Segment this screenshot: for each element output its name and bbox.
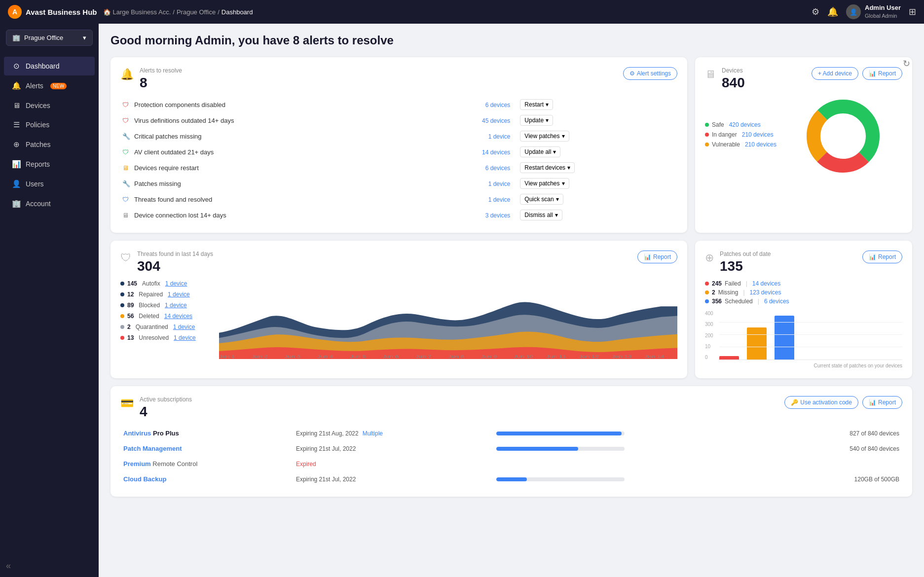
patches-card: ⊕ Patches out of date 135 📊 Report 245 F…: [695, 241, 912, 378]
sidebar-item-users[interactable]: 👤 Users: [4, 175, 95, 193]
alert-action-button[interactable]: View patches ▾: [520, 131, 569, 142]
patches-card-count: 135: [720, 258, 771, 274]
activation-code-button[interactable]: 🔑 Use activation code: [784, 396, 858, 409]
sub-devices: [782, 456, 902, 471]
svg-text:Jun 4: Jun 4: [317, 354, 333, 359]
sub-name-link[interactable]: Antivirus: [123, 430, 151, 437]
threat-dot: [120, 325, 124, 329]
patch-count: 356: [712, 298, 722, 305]
devices-report-button[interactable]: 📊 Report: [862, 67, 902, 80]
chevron-icon: ▾: [556, 196, 559, 203]
sub-name-link[interactable]: Cloud Backup: [123, 475, 166, 483]
subs-report-button[interactable]: 📊 Report: [862, 396, 902, 409]
alert-devices-link[interactable]: 1 device: [488, 133, 511, 140]
alert-action-button[interactable]: Restart ▾: [520, 99, 553, 110]
legend-label: Vulnerable: [712, 141, 740, 148]
sub-name-link[interactable]: Premium: [123, 460, 151, 468]
breadcrumb-root[interactable]: Large Business Acc.: [113, 8, 171, 16]
alert-devices-link[interactable]: 6 devices: [485, 102, 511, 108]
topnav: A Avast Business Hub 🏠 Large Business Ac…: [0, 0, 924, 24]
area-chart-svg: Jun 1 Jun 2 Jun 3 Jun 4 Jun 5 Jun 6 Jun …: [219, 280, 677, 359]
threat-device-link[interactable]: 14 devices: [164, 313, 192, 320]
alert-action-button[interactable]: Restart devices ▾: [520, 162, 575, 173]
alert-devices-link[interactable]: 1 device: [488, 196, 511, 203]
alert-text: Threats found and resolved: [132, 191, 414, 207]
threat-dot: [120, 292, 124, 296]
legend-value-link[interactable]: 420 devices: [729, 121, 761, 128]
sub-name-link[interactable]: Patch Management: [123, 445, 182, 452]
alert-type-icon: 🖥: [122, 212, 129, 219]
alert-action-button[interactable]: View patches ▾: [520, 178, 569, 189]
patch-devices-link[interactable]: 6 devices: [764, 298, 789, 305]
alert-devices-link[interactable]: 14 devices: [482, 149, 510, 156]
patch-legend-item: 2 Missing | 123 devices: [705, 289, 902, 296]
chevron-icon: ▾: [546, 117, 549, 124]
sidebar-collapse-button[interactable]: «: [0, 555, 99, 577]
alert-row: 🛡 Threats found and resolved 1 device Qu…: [120, 191, 677, 207]
reports-icon: 📊: [12, 160, 21, 169]
alert-action-button[interactable]: Dismiss all ▾: [520, 210, 562, 220]
refresh-icon[interactable]: ↻: [903, 58, 910, 69]
users-icon: 👤: [12, 180, 21, 188]
office-selector[interactable]: 🏢 Prague Office ▾: [6, 30, 93, 46]
threats-legend: 145 Autofix 1 device 12 Repaired 1 devic…: [120, 280, 209, 361]
grid-icon[interactable]: ⊞: [909, 6, 916, 17]
sidebar-item-devices[interactable]: 🖥 Devices: [4, 96, 95, 114]
sidebar-item-reports[interactable]: 📊 Reports: [4, 155, 95, 174]
alerts-card-header: 🔔 Alerts to resolve 8 ⚙ Alert settings: [120, 67, 677, 91]
progress-bar-bg: [496, 432, 625, 435]
user-area: 👤 Admin User Global Admin: [846, 4, 901, 19]
alert-settings-button[interactable]: ⚙ Alert settings: [623, 67, 677, 80]
alert-action-button[interactable]: Update all ▾: [520, 146, 560, 157]
patch-devices-link[interactable]: 123 devices: [750, 289, 781, 296]
alert-row: 🖥 Device connection lost 14+ days 3 devi…: [120, 207, 677, 223]
chevron-icon: ▾: [562, 180, 565, 187]
threats-report-button[interactable]: 📊 Report: [637, 251, 677, 263]
add-device-button[interactable]: + Add device: [812, 67, 858, 80]
alert-devices-link[interactable]: 6 devices: [485, 165, 511, 172]
alert-devices-link[interactable]: 45 devices: [482, 117, 510, 124]
sub-scope: Multiple: [363, 430, 383, 437]
sidebar-item-policies[interactable]: ☰ Policies: [4, 115, 95, 134]
threat-dot: [120, 303, 124, 307]
legend-value-link[interactable]: 210 devices: [742, 131, 774, 138]
key-icon: 🔑: [791, 399, 798, 406]
progress-bar-bg: [496, 447, 625, 451]
svg-text:Jun 13: Jun 13: [612, 354, 631, 359]
svg-text:Jun 2: Jun 2: [252, 354, 267, 359]
gear-icon[interactable]: ⚙: [812, 6, 819, 17]
patches-report-button[interactable]: 📊 Report: [862, 251, 902, 263]
alert-text: Protection components disabled: [132, 97, 414, 112]
alert-type-icon: 🛡: [122, 196, 129, 203]
sidebar-item-alerts[interactable]: 🔔 Alerts NEW: [4, 76, 95, 95]
threat-device-link[interactable]: 1 device: [168, 291, 190, 298]
progress-bar-bg: [496, 477, 625, 481]
legend-label: Safe: [712, 121, 724, 128]
threat-device-link[interactable]: 1 device: [165, 302, 187, 309]
alert-row: 🛡 AV client outdated 21+ days 14 devices…: [120, 144, 677, 160]
threat-device-link[interactable]: 1 device: [165, 280, 187, 287]
threat-label: Blocked: [139, 302, 160, 309]
notification-icon[interactable]: 🔔: [827, 6, 838, 17]
topnav-right: ⚙ 🔔 👤 Admin User Global Admin ⊞: [812, 4, 916, 19]
sidebar-item-patches[interactable]: ⊕ Patches: [4, 135, 95, 154]
threat-count: 13: [127, 334, 134, 341]
subs-card-label: Active subscriptions: [140, 396, 192, 403]
breadcrumb-office[interactable]: Prague Office: [177, 8, 216, 16]
threat-device-link[interactable]: 1 device: [174, 334, 196, 341]
devices-icon: 🖥: [12, 101, 21, 109]
alert-action-button[interactable]: Quick scan ▾: [520, 194, 563, 205]
sidebar-item-account[interactable]: 🏢 Account: [4, 194, 95, 213]
alert-action-button[interactable]: Update ▾: [520, 115, 553, 126]
sub-expiry: Expiring 21st Jul, 2022: [296, 445, 356, 452]
bell-icon: 🔔: [120, 68, 134, 81]
sub-expiry: Expiring 21st Aug, 2022: [296, 430, 359, 437]
legend-value-link[interactable]: 210 devices: [745, 141, 776, 148]
patch-legend-item: 245 Failed | 14 devices: [705, 280, 902, 287]
alert-devices-link[interactable]: 1 device: [488, 180, 511, 187]
alert-text: Virus definitions outdated 14+ days: [132, 112, 414, 128]
threat-device-link[interactable]: 1 device: [173, 324, 195, 330]
sidebar-item-dashboard[interactable]: ⊙ Dashboard: [4, 57, 95, 75]
patch-devices-link[interactable]: 14 devices: [752, 280, 780, 287]
alert-devices-link[interactable]: 3 devices: [485, 212, 511, 219]
